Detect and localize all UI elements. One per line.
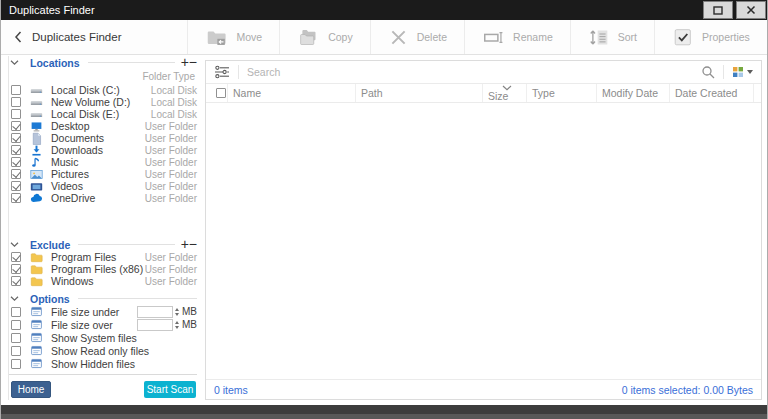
- checkbox[interactable]: [11, 145, 21, 155]
- list-item[interactable]: Local Disk (C:) Local Disk: [9, 84, 197, 96]
- column-header-filler: [754, 84, 761, 102]
- select-all-checkbox[interactable]: [216, 88, 226, 98]
- unit-label: MB: [182, 319, 197, 330]
- checkbox[interactable]: [11, 109, 21, 119]
- copy-label: Copy: [328, 31, 353, 43]
- column-header-modify-date[interactable]: Modify Date: [597, 84, 670, 102]
- column-header-path[interactable]: Path: [356, 84, 483, 102]
- properties-button[interactable]: Properties: [654, 20, 767, 54]
- filter-icon[interactable]: [214, 65, 230, 79]
- checkbox[interactable]: [11, 157, 21, 167]
- section-rule: [78, 298, 197, 299]
- list-item[interactable]: Documents User Folder: [9, 132, 197, 144]
- chevron-down-icon[interactable]: [9, 241, 20, 248]
- spinner-stepper[interactable]: [175, 321, 179, 329]
- move-button[interactable]: Move: [187, 20, 279, 54]
- list-item[interactable]: Pictures User Folder: [9, 168, 197, 180]
- sort-button[interactable]: Sort: [570, 20, 654, 54]
- option-label: File size over: [51, 319, 113, 331]
- table-header: Name Path Size Type Modify Date Date Cre…: [206, 84, 761, 103]
- checkbox[interactable]: [11, 276, 21, 286]
- list-item[interactable]: Local Disk (E:) Local Disk: [9, 108, 197, 120]
- checkbox[interactable]: [11, 97, 21, 107]
- item-label: OneDrive: [51, 192, 95, 204]
- window-controls: [703, 1, 767, 19]
- option-row-file-size-over[interactable]: File size over MB: [9, 318, 197, 331]
- checkbox[interactable]: [11, 181, 21, 191]
- column-header-date-created[interactable]: Date Created: [670, 84, 754, 102]
- rename-button[interactable]: Rename: [464, 20, 570, 54]
- checkbox[interactable]: [11, 85, 21, 95]
- chevron-down-icon[interactable]: [9, 59, 20, 66]
- chevron-down-icon[interactable]: [9, 295, 20, 302]
- add-location-button[interactable]: +: [181, 57, 189, 68]
- list-item[interactable]: Program Files (x86) User Folder: [9, 263, 197, 275]
- column-header-type[interactable]: Type: [527, 84, 597, 102]
- results-table-body[interactable]: [206, 103, 761, 379]
- locations-list: Local Disk (C:) Local Disk New Volume (D…: [9, 84, 197, 204]
- add-exclude-button[interactable]: +: [181, 239, 189, 250]
- copy-icon: [297, 27, 320, 48]
- remove-location-button[interactable]: −: [189, 57, 197, 68]
- options-title: Options: [30, 293, 70, 305]
- checkbox[interactable]: [11, 252, 21, 262]
- checkbox[interactable]: [11, 193, 21, 203]
- option-row-file-size-under[interactable]: File size under MB: [9, 305, 197, 318]
- close-button[interactable]: [736, 1, 766, 19]
- item-type: User Folder: [145, 169, 197, 180]
- item-label: Desktop: [51, 120, 90, 132]
- maximize-button[interactable]: [703, 1, 733, 19]
- options-list: File size under MB File size over MB Sho…: [9, 305, 197, 370]
- checkbox[interactable]: [11, 264, 21, 274]
- grid-view-icon: [732, 66, 744, 78]
- option-row-show-hidden-files[interactable]: Show Hidden files: [9, 357, 197, 370]
- checkbox[interactable]: [11, 320, 21, 330]
- file-size-under-input[interactable]: [137, 306, 173, 318]
- checkbox[interactable]: [11, 333, 21, 343]
- checkbox[interactable]: [11, 121, 21, 131]
- list-item[interactable]: Desktop User Folder: [9, 120, 197, 132]
- list-item[interactable]: OneDrive User Folder: [9, 192, 197, 204]
- list-item[interactable]: New Volume (D:) Local Disk: [9, 96, 197, 108]
- view-options-button[interactable]: [732, 66, 753, 78]
- item-type: User Folder: [145, 181, 197, 192]
- checkbox[interactable]: [11, 133, 21, 143]
- checkbox[interactable]: [11, 359, 21, 369]
- home-button[interactable]: Home: [11, 381, 51, 398]
- list-item[interactable]: Windows User Folder: [9, 275, 197, 287]
- search-input[interactable]: [247, 66, 701, 78]
- delete-button[interactable]: Delete: [370, 20, 464, 54]
- search-icon[interactable]: [701, 65, 715, 79]
- option-label: Show System files: [51, 332, 137, 344]
- checkbox[interactable]: [11, 346, 21, 356]
- checkbox[interactable]: [11, 169, 21, 179]
- list-item[interactable]: Program Files User Folder: [9, 251, 197, 263]
- item-type: User Folder: [145, 121, 197, 132]
- spinner-stepper[interactable]: [175, 308, 179, 316]
- column-header-size[interactable]: Size: [483, 84, 527, 102]
- option-row-show-read-only-files[interactable]: Show Read only files: [9, 344, 197, 357]
- copy-button[interactable]: Copy: [279, 20, 370, 54]
- option-row-show-system-files[interactable]: Show System files: [9, 331, 197, 344]
- checkbox[interactable]: [11, 307, 21, 317]
- start-scan-button[interactable]: Start Scan: [144, 381, 196, 398]
- bottom-strip-dark: [1, 405, 767, 414]
- list-item[interactable]: Music User Folder: [9, 156, 197, 168]
- column-header-name[interactable]: Name: [228, 84, 356, 102]
- back-chevron-icon: [13, 30, 23, 44]
- item-label: Program Files: [51, 251, 116, 263]
- title-bar: Duplicates Finder: [1, 0, 767, 20]
- remove-exclude-button[interactable]: −: [189, 239, 197, 250]
- item-label: Music: [51, 156, 78, 168]
- results-panel: Name Path Size Type Modify Date Date Cre…: [205, 60, 762, 400]
- list-item[interactable]: Downloads User Folder: [9, 144, 197, 156]
- back-button[interactable]: Duplicates Finder: [13, 30, 121, 44]
- search-bar: [206, 61, 761, 84]
- item-label: Program Files (x86): [51, 263, 143, 275]
- move-label: Move: [236, 31, 262, 43]
- list-item[interactable]: Videos User Folder: [9, 180, 197, 192]
- select-all-checkbox-cell: [206, 84, 228, 102]
- file-size-over-input[interactable]: [137, 319, 173, 331]
- move-folder-icon: [205, 27, 228, 48]
- sort-icon: [588, 27, 610, 48]
